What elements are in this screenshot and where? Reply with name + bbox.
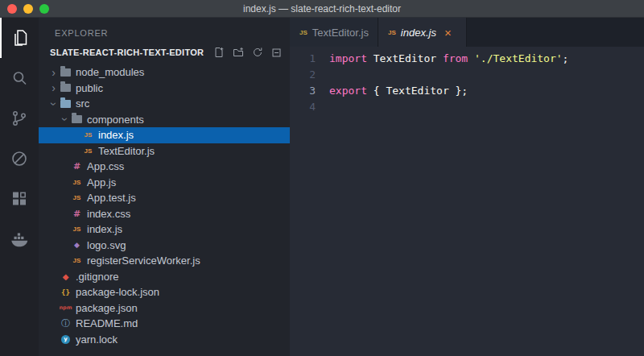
- tree-item-label: package.json: [76, 302, 138, 314]
- css-icon: #: [71, 209, 83, 219]
- tree-item-label: index.css: [87, 208, 130, 220]
- editor-group: JS TextEditor.js JS index.js × 1 import …: [290, 18, 644, 356]
- explorer-icon[interactable]: [0, 18, 39, 58]
- tree-item-label: logo.svg: [87, 239, 126, 251]
- code-text: import TextEditor from './TextEditor';: [316, 51, 568, 67]
- new-file-icon[interactable]: [213, 46, 225, 59]
- chevron-down-icon: ›: [60, 114, 71, 125]
- line-number: 2: [290, 67, 316, 83]
- collapse-all-icon[interactable]: [270, 46, 283, 59]
- refresh-icon[interactable]: [251, 46, 264, 59]
- code-line-3[interactable]: 3 export { TextEditor };: [290, 83, 644, 99]
- tree-item-label: registerServiceWorker.js: [87, 255, 200, 267]
- tree-item-label: TextEditor.js: [98, 145, 155, 157]
- tree-item-index-css[interactable]: # index.css: [39, 206, 290, 222]
- css-icon: #: [71, 161, 83, 172]
- git-icon: ◆: [60, 272, 72, 281]
- tree-item-registerserviceworker-js[interactable]: JS registerServiceWorker.js: [39, 253, 290, 269]
- tree-item-label: public: [76, 82, 103, 94]
- js-icon: JS: [82, 131, 94, 139]
- tree-item-label: App.test.js: [87, 192, 136, 204]
- tree-item-index-js-selected[interactable]: JS index.js: [39, 127, 290, 143]
- tab-label: TextEditor.js: [312, 27, 369, 39]
- tree-item-package-json[interactable]: npm package.json: [39, 300, 290, 317]
- js-icon: JS: [388, 29, 396, 36]
- tree-item-yarn-lock[interactable]: y yarn.lock: [39, 332, 290, 348]
- extensions-icon[interactable]: [0, 179, 39, 219]
- js-icon: JS: [71, 179, 83, 186]
- js-icon: JS: [71, 257, 83, 264]
- tree-item-readme-md[interactable]: ⓘ README.md: [39, 316, 290, 332]
- yarn-icon: y: [60, 335, 72, 344]
- npm-icon: npm: [60, 304, 72, 311]
- line-number: 1: [290, 51, 316, 67]
- tab-label: index.js: [401, 27, 436, 39]
- docker-icon[interactable]: [0, 219, 39, 259]
- project-name: SLATE-REACT-RICH-TEXT-EDITOR: [50, 48, 213, 57]
- debug-icon[interactable]: [0, 139, 39, 179]
- tree-item-components[interactable]: › components: [39, 112, 290, 128]
- line-number: 3: [290, 83, 316, 99]
- tree-item-label: node_modules: [76, 66, 144, 78]
- code-line-4[interactable]: 4: [290, 99, 644, 115]
- explorer-actions: [213, 46, 283, 59]
- json-icon: {}: [60, 288, 72, 296]
- file-tree: › node_modules › public › src › componen…: [39, 64, 290, 347]
- js-icon: JS: [82, 147, 94, 155]
- tree-item-label: index.js: [87, 223, 122, 235]
- title-bar: index.js — slate-react-rich-text-editor: [0, 0, 644, 18]
- tree-item-logo-svg[interactable]: ◆ logo.svg: [39, 238, 290, 254]
- line-number: 4: [290, 99, 316, 115]
- folder-icon: [72, 115, 82, 123]
- tree-item-app-js[interactable]: JS App.js: [39, 175, 290, 191]
- tree-item-label: README.md: [76, 317, 138, 329]
- close-tab-icon[interactable]: ×: [444, 27, 452, 39]
- info-icon: ⓘ: [60, 317, 72, 329]
- folder-icon: [60, 84, 71, 92]
- code-editor[interactable]: 1 import TextEditor from './TextEditor';…: [290, 47, 644, 356]
- chevron-down-icon: ›: [48, 98, 60, 109]
- activity-bar: [0, 18, 39, 356]
- chevron-right-icon: ›: [48, 67, 59, 78]
- explorer-header: EXPLORER: [39, 18, 290, 39]
- minimize-window-button[interactable]: [23, 4, 33, 14]
- tree-item-texteditor-js[interactable]: JS TextEditor.js: [39, 143, 290, 159]
- explorer-sidebar: EXPLORER SLATE-REACT-RICH-TEXT-EDITOR: [39, 18, 290, 356]
- tree-item-package-lock-json[interactable]: {} package-lock.json: [39, 284, 290, 300]
- search-icon[interactable]: [0, 58, 39, 98]
- chevron-right-icon: ›: [48, 82, 59, 93]
- tree-item-node-modules[interactable]: › node_modules: [39, 64, 290, 81]
- tab-texteditor-js[interactable]: JS TextEditor.js: [290, 18, 378, 47]
- folder-icon: [60, 100, 71, 108]
- close-window-button[interactable]: [7, 4, 17, 14]
- tab-index-js[interactable]: JS index.js ×: [378, 18, 467, 47]
- js-icon: JS: [71, 226, 83, 233]
- tab-strip: JS TextEditor.js JS index.js ×: [290, 18, 644, 47]
- tree-item-label: .gitignore: [76, 271, 118, 283]
- tree-item-app-css[interactable]: # App.css: [39, 159, 290, 175]
- tree-item-label: App.js: [87, 176, 116, 188]
- code-line-2[interactable]: 2: [290, 67, 644, 83]
- code-text: export { TextEditor };: [316, 83, 468, 99]
- tree-item-src[interactable]: › src: [39, 96, 290, 112]
- project-header[interactable]: SLATE-REACT-RICH-TEXT-EDITOR: [39, 43, 290, 61]
- zoom-window-button[interactable]: [39, 4, 49, 14]
- new-folder-icon[interactable]: [232, 46, 245, 59]
- folder-icon: [60, 68, 71, 77]
- window-controls: [7, 4, 49, 14]
- tree-item-label: package-lock.json: [76, 286, 159, 298]
- code-line-1[interactable]: 1 import TextEditor from './TextEditor';: [290, 51, 644, 67]
- tree-item-label: index.js: [98, 129, 134, 141]
- tree-item-public[interactable]: › public: [39, 81, 290, 97]
- tree-item-gitignore[interactable]: ◆ .gitignore: [39, 269, 290, 285]
- tree-item-label: src: [76, 97, 89, 110]
- source-control-icon[interactable]: [0, 98, 39, 139]
- tree-item-index-js-src[interactable]: JS index.js: [39, 221, 290, 238]
- js-icon: JS: [71, 194, 83, 201]
- tree-item-label: components: [87, 114, 144, 126]
- window-title: index.js — slate-react-rich-text-editor: [0, 3, 644, 14]
- tree-item-app-test-js[interactable]: JS App.test.js: [39, 190, 290, 206]
- js-icon: JS: [299, 29, 308, 36]
- tree-item-label: yarn.lock: [76, 333, 118, 346]
- tree-item-label: App.css: [87, 160, 124, 172]
